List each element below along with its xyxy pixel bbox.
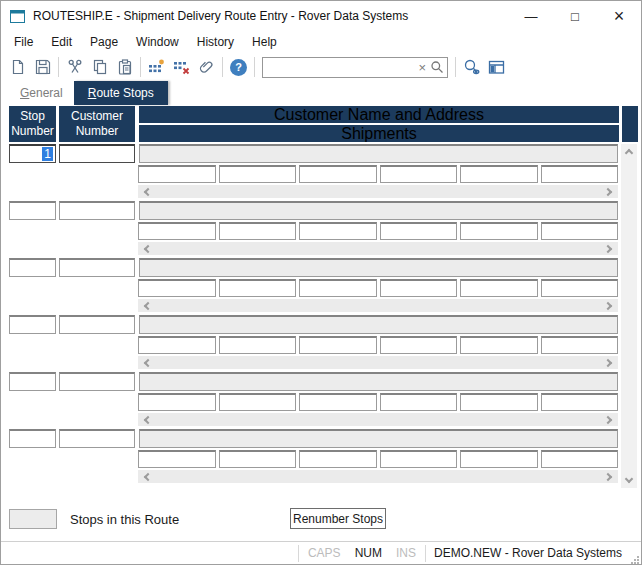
stop-row — [9, 258, 618, 277]
renumber-stops-button[interactable]: Renumber Stops — [290, 508, 386, 529]
scroll-up-icon[interactable] — [625, 149, 633, 157]
shipment-input[interactable] — [460, 222, 538, 240]
scroll-left-icon[interactable] — [144, 301, 152, 309]
shipment-input[interactable] — [299, 393, 377, 411]
vertical-scrollbar[interactable] — [621, 144, 637, 488]
shipment-input[interactable] — [299, 279, 377, 297]
shipment-input[interactable] — [380, 222, 458, 240]
customer-number-input[interactable] — [59, 144, 135, 163]
scroll-right-icon[interactable] — [604, 358, 612, 366]
shipments-hscrollbar[interactable] — [138, 470, 618, 483]
clear-search-icon[interactable]: × — [414, 60, 430, 75]
shipment-input[interactable] — [380, 336, 458, 354]
customer-number-input[interactable] — [59, 201, 135, 220]
shipment-input[interactable] — [460, 279, 538, 297]
stop-number-field[interactable] — [9, 258, 56, 277]
menu-history[interactable]: History — [188, 32, 243, 52]
shipment-input[interactable] — [541, 393, 619, 411]
scroll-left-icon[interactable] — [144, 244, 152, 252]
shipment-input[interactable] — [541, 165, 619, 183]
help-button[interactable]: ? — [226, 55, 251, 79]
minimize-button[interactable]: — — [509, 1, 553, 31]
scroll-down-icon[interactable] — [625, 475, 633, 483]
menu-file[interactable]: File — [5, 32, 42, 52]
shipment-input[interactable] — [138, 222, 216, 240]
tab-route-stops[interactable]: Route Stops — [74, 81, 168, 105]
close-button[interactable]: × — [597, 1, 641, 31]
shipment-input[interactable] — [219, 393, 297, 411]
shipment-input[interactable] — [299, 336, 377, 354]
stop-row — [9, 315, 618, 334]
shipment-input[interactable] — [138, 393, 216, 411]
copy-button[interactable] — [87, 55, 112, 79]
new-document-button[interactable] — [5, 55, 30, 79]
stop-row — [9, 429, 618, 448]
stop-number-field[interactable]: 1 — [9, 144, 56, 163]
scroll-left-icon[interactable] — [144, 472, 152, 480]
menu-window[interactable]: Window — [127, 32, 188, 52]
menu-help[interactable]: Help — [243, 32, 286, 52]
delete-rows-button[interactable] — [169, 55, 194, 79]
shipment-input[interactable] — [219, 222, 297, 240]
shipment-input[interactable] — [138, 279, 216, 297]
shipment-input[interactable] — [219, 165, 297, 183]
scroll-left-icon[interactable] — [144, 415, 152, 423]
maximize-button[interactable]: □ — [553, 1, 597, 31]
shipment-input[interactable] — [460, 165, 538, 183]
shipment-input[interactable] — [380, 279, 458, 297]
cut-button[interactable] — [62, 55, 87, 79]
attachments-button[interactable] — [194, 55, 219, 79]
shipments-hscrollbar[interactable] — [138, 413, 618, 426]
shipment-input[interactable] — [541, 279, 619, 297]
save-button[interactable] — [30, 55, 55, 79]
find-preview-button[interactable] — [459, 55, 484, 79]
search-icon[interactable] — [430, 60, 444, 74]
menu-page[interactable]: Page — [81, 32, 127, 52]
shipment-input[interactable] — [219, 279, 297, 297]
stop-number-field[interactable] — [9, 315, 56, 334]
tab-general[interactable]: General — [9, 81, 74, 105]
shipment-input[interactable] — [138, 336, 216, 354]
shipment-input[interactable] — [460, 336, 538, 354]
scroll-right-icon[interactable] — [604, 244, 612, 252]
shipment-input[interactable] — [380, 450, 458, 468]
scroll-right-icon[interactable] — [604, 472, 612, 480]
shipment-input[interactable] — [380, 165, 458, 183]
stop-number-field[interactable] — [9, 201, 56, 220]
stop-group — [9, 372, 618, 426]
menu-edit[interactable]: Edit — [42, 32, 81, 52]
resize-grip[interactable] — [630, 548, 640, 564]
shipments-hscrollbar[interactable] — [138, 185, 618, 198]
insert-rows-button[interactable] — [144, 55, 169, 79]
shipments-hscrollbar[interactable] — [138, 356, 618, 369]
customer-number-input[interactable] — [59, 372, 135, 391]
shipment-input[interactable] — [219, 450, 297, 468]
shipment-input[interactable] — [138, 165, 216, 183]
shipment-input[interactable] — [380, 393, 458, 411]
scroll-left-icon[interactable] — [144, 187, 152, 195]
scroll-left-icon[interactable] — [144, 358, 152, 366]
shipment-input[interactable] — [138, 450, 216, 468]
layout-view-button[interactable] — [484, 55, 509, 79]
shipment-input[interactable] — [460, 450, 538, 468]
stop-number-field[interactable] — [9, 429, 56, 448]
shipment-input[interactable] — [541, 450, 619, 468]
shipment-input[interactable] — [219, 336, 297, 354]
shipment-input[interactable] — [460, 393, 538, 411]
search-input[interactable] — [266, 60, 414, 74]
shipments-hscrollbar[interactable] — [138, 299, 618, 312]
shipment-input[interactable] — [541, 336, 619, 354]
shipment-input[interactable] — [299, 222, 377, 240]
shipments-hscrollbar[interactable] — [138, 242, 618, 255]
shipment-input[interactable] — [541, 222, 619, 240]
shipment-input[interactable] — [299, 165, 377, 183]
customer-number-input[interactable] — [59, 315, 135, 334]
scroll-right-icon[interactable] — [604, 301, 612, 309]
scroll-right-icon[interactable] — [604, 415, 612, 423]
stop-number-field[interactable] — [9, 372, 56, 391]
shipment-input[interactable] — [299, 450, 377, 468]
customer-number-input[interactable] — [59, 429, 135, 448]
paste-button[interactable] — [112, 55, 137, 79]
customer-number-input[interactable] — [59, 258, 135, 277]
scroll-right-icon[interactable] — [604, 187, 612, 195]
